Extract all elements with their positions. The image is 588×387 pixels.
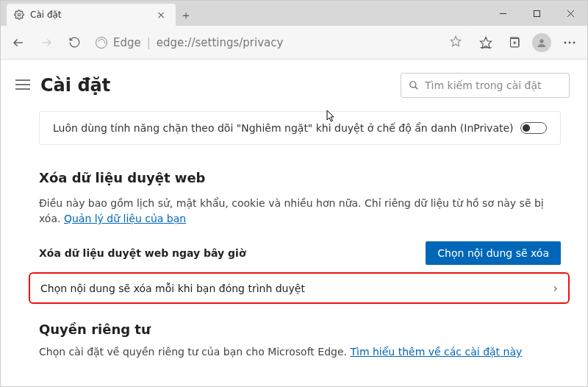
svg-point-15 xyxy=(569,41,571,43)
address-url: edge://settings/privacy xyxy=(157,36,284,49)
svg-point-13 xyxy=(539,39,543,43)
window-close-button[interactable] xyxy=(553,1,587,26)
page-title: Cài đặt xyxy=(40,75,390,96)
clear-now-label: Xóa dữ liệu duyệt web ngay bây giờ xyxy=(39,247,246,259)
address-bar[interactable]: Edge | edge://settings/privacy xyxy=(89,31,468,54)
strict-tracking-toggle[interactable] xyxy=(520,122,547,134)
browser-tab[interactable]: Cài đặt × xyxy=(7,4,176,26)
svg-point-0 xyxy=(18,13,21,16)
chevron-right-icon: › xyxy=(553,281,558,295)
clear-on-close-row[interactable]: Chọn nội dung sẽ xóa mỗi khi bạn đóng tr… xyxy=(29,272,570,304)
settings-header: Cài đặt Tìm kiếm trong cài đặt xyxy=(1,60,587,105)
tab-close-button[interactable]: × xyxy=(154,7,168,22)
favorites-button[interactable] xyxy=(473,29,499,56)
settings-search-input[interactable]: Tìm kiếm trong cài đặt xyxy=(401,73,570,98)
svg-rect-2 xyxy=(534,10,539,16)
search-placeholder: Tìm kiếm trong cài đặt xyxy=(425,79,542,91)
strict-tracking-row: Luôn dùng tính năng chặn theo dõi "Nghiê… xyxy=(39,111,561,145)
address-brand: Edge xyxy=(113,36,141,49)
privacy-description: Chọn cài đặt về quyền riêng tư của bạn c… xyxy=(39,346,561,358)
clear-data-heading: Xóa dữ liệu duyệt web xyxy=(39,170,561,185)
profile-button[interactable] xyxy=(528,29,555,56)
privacy-heading: Quyền riêng tư xyxy=(39,322,561,337)
strict-tracking-label: Luôn dùng tính năng chặn theo dõi "Nghiê… xyxy=(53,122,514,134)
svg-line-21 xyxy=(415,87,418,90)
page-content: Cài đặt Tìm kiếm trong cài đặt Luôn dùng… xyxy=(1,60,587,387)
svg-marker-8 xyxy=(481,37,492,48)
edge-icon xyxy=(96,37,107,49)
privacy-learn-link[interactable]: Tìm hiểu thêm về các cài đặt này xyxy=(350,346,522,358)
clear-data-description: Điều này bao gồm lịch sử, mật khẩu, cook… xyxy=(39,196,561,227)
window-minimize-button[interactable] xyxy=(486,1,520,26)
clear-now-row: Xóa dữ liệu duyệt web ngay bây giờ Chọn … xyxy=(39,241,561,265)
more-button[interactable] xyxy=(556,29,583,56)
favorite-star-icon[interactable] xyxy=(450,35,462,50)
window-maximize-button[interactable] xyxy=(520,1,553,26)
manage-data-link[interactable]: Quản lý dữ liệu của bạn xyxy=(64,213,186,224)
svg-point-16 xyxy=(573,41,576,43)
choose-clear-button[interactable]: Chọn nội dung sẽ xóa xyxy=(426,241,561,265)
search-icon xyxy=(409,80,419,90)
address-separator: | xyxy=(147,36,151,49)
svg-point-20 xyxy=(410,82,416,88)
refresh-button[interactable] xyxy=(61,29,87,56)
svg-point-14 xyxy=(564,41,567,43)
collections-button[interactable] xyxy=(501,29,527,56)
menu-icon[interactable] xyxy=(15,79,30,93)
new-tab-button[interactable]: ＋ xyxy=(176,5,196,26)
forward-button[interactable] xyxy=(33,29,60,56)
svg-marker-7 xyxy=(451,36,460,46)
back-button[interactable] xyxy=(5,29,32,56)
tab-title: Cài đặt xyxy=(30,10,62,20)
gear-icon xyxy=(14,10,24,20)
clear-on-close-label: Chọn nội dung sẽ xóa mỗi khi bạn đóng tr… xyxy=(40,283,305,294)
browser-toolbar: Edge | edge://settings/privacy xyxy=(1,26,587,60)
window-controls xyxy=(486,1,587,26)
window-titlebar: Cài đặt × ＋ xyxy=(1,1,587,26)
avatar-icon xyxy=(532,33,551,52)
